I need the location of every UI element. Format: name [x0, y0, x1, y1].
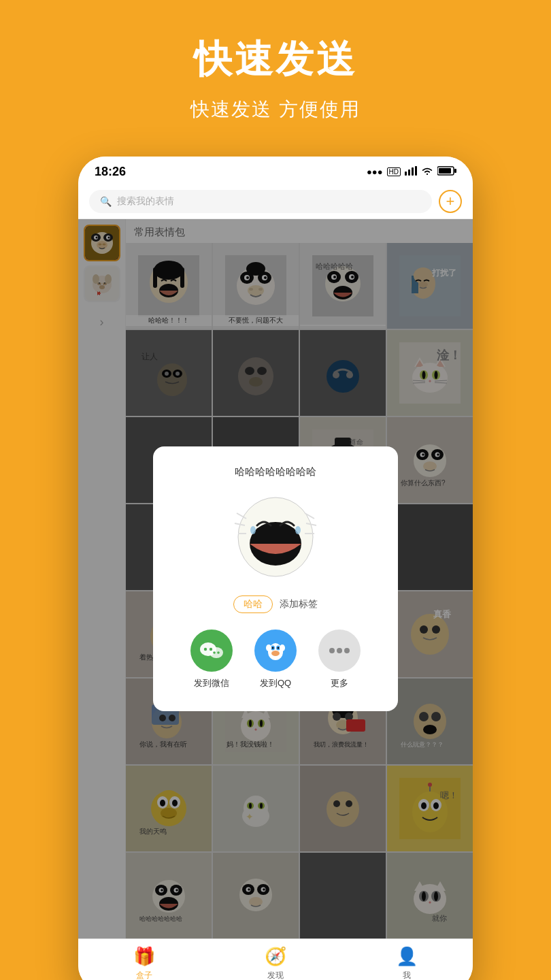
- hero-subtitle: 快速发送 方便使用: [190, 97, 361, 122]
- hd-badge: HD: [387, 167, 401, 176]
- modal-sticker-preview: [228, 489, 323, 585]
- search-placeholder: 搜索我的表情: [117, 195, 174, 208]
- svg-point-281: [217, 651, 220, 654]
- svg-rect-3: [415, 166, 417, 176]
- status-time: 18:26: [95, 165, 126, 179]
- svg-point-288: [271, 651, 280, 656]
- svg-point-269: [295, 526, 301, 534]
- modal-tags: 哈哈 添加标签: [233, 595, 318, 613]
- tag-add-label[interactable]: 添加标签: [280, 598, 318, 610]
- qq-icon-circle: [254, 630, 297, 672]
- search-icon: 🔍: [100, 196, 112, 207]
- tab-me-label: 我: [403, 970, 411, 980]
- gift-icon: 🎁: [133, 946, 155, 967]
- main-content: › 常用表情包: [78, 219, 473, 938]
- svg-point-268: [250, 526, 256, 534]
- svg-point-290: [280, 644, 285, 651]
- dot1: [329, 648, 335, 653]
- wifi-icon: [421, 166, 433, 178]
- tab-box[interactable]: 🎁 盒子: [117, 946, 171, 980]
- search-bar: 🔍 搜索我的表情 +: [78, 184, 473, 219]
- modal-overlay[interactable]: 哈哈哈哈哈哈哈哈: [78, 219, 473, 938]
- battery-icon: [437, 166, 456, 178]
- wechat-icon-circle: [190, 630, 233, 672]
- modal-actions: 发到微信: [190, 630, 361, 689]
- action-qq[interactable]: 发到QQ: [254, 630, 297, 689]
- qq-label: 发到QQ: [260, 677, 291, 689]
- tab-discover-label: 发现: [267, 970, 284, 980]
- tab-box-label: 盒子: [136, 970, 152, 980]
- hero-section: 快速发送 快速发送 方便使用: [0, 0, 551, 143]
- tab-discover[interactable]: 🧭 发现: [248, 946, 303, 980]
- action-wechat[interactable]: 发到微信: [190, 630, 233, 689]
- svg-point-279: [210, 648, 212, 651]
- svg-rect-5: [454, 169, 456, 173]
- svg-rect-6: [439, 168, 451, 174]
- svg-point-280: [213, 651, 216, 654]
- add-button[interactable]: +: [439, 190, 462, 213]
- more-label: 更多: [331, 677, 348, 689]
- more-icon-circle: [318, 630, 361, 672]
- svg-rect-0: [405, 172, 407, 176]
- signal-dots: ●●●: [367, 167, 383, 177]
- status-icons: ●●● HD: [367, 166, 456, 178]
- svg-point-286: [272, 647, 274, 649]
- search-input-container[interactable]: 🔍 搜索我的表情: [89, 190, 432, 213]
- svg-rect-1: [408, 169, 410, 176]
- person-icon: 👤: [396, 946, 418, 967]
- modal-card: 哈哈哈哈哈哈哈哈: [153, 446, 398, 711]
- modal-title: 哈哈哈哈哈哈哈哈: [235, 466, 316, 478]
- phone-frame: 18:26 ●●● HD: [78, 157, 473, 980]
- signal-bars: [405, 166, 417, 178]
- tag-badge[interactable]: 哈哈: [233, 595, 273, 613]
- svg-rect-2: [412, 167, 414, 176]
- svg-point-289: [266, 644, 271, 651]
- tab-me[interactable]: 👤 我: [380, 946, 434, 980]
- dot2: [337, 648, 342, 653]
- action-more[interactable]: 更多: [318, 630, 361, 689]
- status-bar: 18:26 ●●● HD: [78, 157, 473, 184]
- hero-title: 快速发送: [194, 34, 357, 86]
- dot3: [344, 648, 350, 653]
- svg-point-278: [204, 648, 207, 651]
- wechat-label: 发到微信: [194, 677, 229, 689]
- svg-point-287: [278, 647, 280, 649]
- compass-icon: 🧭: [265, 946, 286, 967]
- tab-bar: 🎁 盒子 🧭 发现 👤 我: [78, 938, 473, 980]
